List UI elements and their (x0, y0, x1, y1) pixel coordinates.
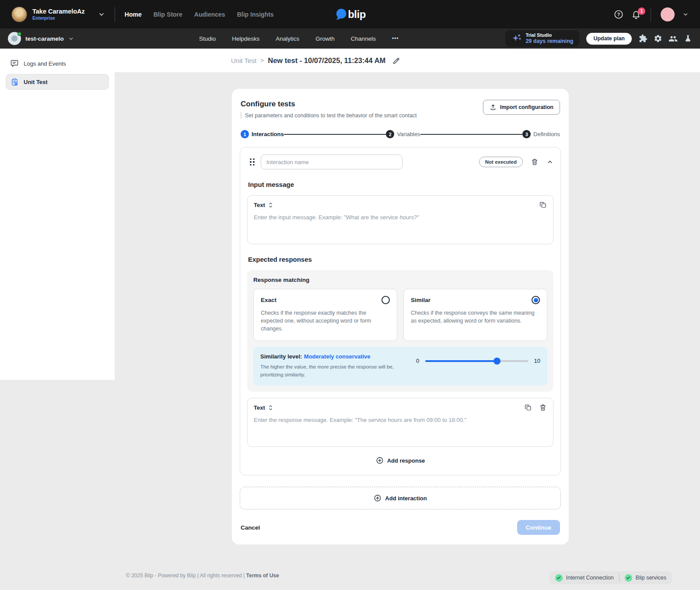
org-switcher[interactable]: Take CarameloAz Enterprise (11, 7, 105, 22)
status-badge: Not executed (479, 157, 523, 167)
chevron-down-icon[interactable] (98, 11, 105, 18)
trash-icon[interactable] (531, 158, 539, 166)
upload-icon (490, 104, 497, 111)
org-name: Take CarameloAz (32, 7, 85, 15)
nav-link-blip-insights[interactable]: Blip Insights (237, 11, 274, 18)
similarity-slider[interactable] (425, 360, 528, 362)
continue-button[interactable]: Continue (517, 520, 560, 535)
nav-link-helpdesks[interactable]: Helpdesks (232, 35, 259, 42)
add-interaction-button[interactable]: Add interaction (240, 487, 561, 509)
blip-logo: blip (334, 8, 366, 21)
breadcrumb: Unit Test > New test - 10/07/2025, 11:23… (115, 49, 700, 72)
terms-of-use-link[interactable]: Terms of Use (246, 572, 279, 579)
divider (619, 574, 620, 582)
input-type-select[interactable]: Text (254, 202, 273, 208)
interaction-name-input[interactable] (261, 155, 402, 169)
option-description: Checks if the response exactly matches t… (261, 309, 390, 333)
cancel-button[interactable]: Cancel (241, 524, 260, 531)
sidebar-item-logs-and-events[interactable]: Logs and Events (6, 56, 109, 71)
nav-link-channels[interactable]: Channels (351, 35, 376, 42)
step-number: 3 (522, 130, 531, 138)
import-configuration-button[interactable]: Import configuration (483, 100, 560, 115)
step-connector (284, 134, 386, 135)
bell-icon[interactable]: 1 (631, 10, 641, 19)
slider-thumb[interactable] (494, 358, 500, 365)
add-response-button[interactable]: Add response (376, 457, 425, 464)
interaction-card: Not executed Input message (240, 147, 561, 475)
stepper: 1 Interactions 2 Variables 3 Definitions (241, 130, 560, 138)
step-variables[interactable]: 2 Variables (386, 130, 420, 138)
option-label: Exact (261, 297, 276, 303)
bot-switcher[interactable]: test-caramelo (8, 32, 74, 45)
update-plan-button[interactable]: Update plan (586, 33, 632, 45)
service-status-bar: Internet Connection Blip services (550, 571, 672, 584)
step-label: Definitions (533, 131, 560, 137)
radio-checked[interactable] (532, 296, 540, 304)
copy-icon[interactable] (524, 404, 532, 411)
expected-responses-heading: Expected responses (248, 256, 553, 263)
trash-icon[interactable] (539, 404, 547, 411)
chevron-down-icon[interactable] (682, 11, 689, 18)
select-chevrons-icon (268, 404, 273, 411)
more-menu-icon[interactable]: ••• (392, 35, 399, 42)
drag-handle[interactable] (250, 158, 255, 166)
card-subtitle: Set parameters and conditions to test th… (241, 112, 417, 119)
bot-avatar (8, 32, 21, 45)
trial-days-remaining: 29 days remaining (525, 38, 573, 44)
similarity-value-link[interactable]: Moderately conservative (304, 353, 371, 360)
copy-icon[interactable] (539, 201, 547, 209)
users-icon[interactable] (668, 34, 678, 43)
edit-icon[interactable] (392, 56, 400, 65)
sparkle-icon (511, 33, 522, 44)
bot-nav-links: Studio Helpdesks Analytics Growth Channe… (199, 35, 399, 42)
nav-link-studio[interactable]: Studio (199, 35, 216, 42)
response-message-textarea[interactable] (254, 417, 547, 441)
trial-title: Trial Studio (525, 32, 573, 38)
sidebar-item-label: Unit Test (24, 79, 48, 85)
breadcrumb-parent[interactable]: Unit Test (231, 57, 256, 64)
sidebar-item-unit-test[interactable]: Unit Test (6, 74, 109, 90)
divider (115, 7, 115, 22)
radio-unchecked[interactable] (382, 296, 390, 304)
similarity-label: Similarity level: (260, 353, 302, 360)
step-number: 2 (386, 130, 394, 138)
collapse-icon[interactable] (546, 158, 553, 165)
input-message-heading: Input message (248, 181, 553, 188)
page-title: New test - 10/07/2025, 11:23:44 AM (268, 56, 385, 65)
flask-icon[interactable] (684, 35, 692, 43)
step-definitions[interactable]: 3 Definitions (522, 130, 560, 138)
nav-link-blip-store[interactable]: Blip Store (154, 11, 182, 18)
sidebar-item-label: Logs and Events (24, 60, 66, 67)
response-type-value: Text (254, 404, 265, 411)
nav-link-home[interactable]: Home (125, 11, 142, 18)
chevron-down-icon[interactable] (68, 36, 74, 42)
divider (651, 7, 651, 21)
configure-tests-card: Configure tests Set parameters and condi… (232, 89, 569, 544)
blip-services-status: Blip services (625, 574, 666, 582)
input-message-textarea[interactable] (254, 214, 547, 239)
step-interactions[interactable]: 1 Interactions (241, 130, 284, 138)
response-type-select[interactable]: Text (254, 404, 273, 411)
plus-circle-icon (374, 494, 382, 502)
online-status-dot (18, 32, 21, 36)
matching-option-exact[interactable]: Exact Checks if the response exactly mat… (253, 289, 397, 341)
matching-option-similar[interactable]: Similar Checks if the response conveys t… (403, 289, 547, 341)
top-navbar: Take CarameloAz Enterprise Home Blip Sto… (0, 0, 700, 28)
slider-min-label: 0 (416, 358, 419, 364)
help-icon[interactable]: ? (614, 10, 623, 19)
clipboard-check-icon (10, 78, 19, 86)
puzzle-icon[interactable] (639, 34, 648, 43)
card-title: Configure tests (241, 100, 417, 109)
slider-max-label: 10 (534, 358, 540, 364)
nav-link-audiences[interactable]: Audiences (194, 11, 225, 18)
nav-link-growth[interactable]: Growth (315, 35, 335, 42)
internet-connection-status: Internet Connection (555, 574, 614, 582)
gear-icon[interactable] (654, 34, 662, 43)
step-label: Interactions (252, 131, 284, 137)
user-avatar[interactable] (661, 7, 675, 21)
bot-name: test-caramelo (25, 35, 64, 42)
content-area: Configure tests Set parameters and condi… (115, 72, 700, 590)
step-label: Variables (397, 131, 420, 137)
nav-link-analytics[interactable]: Analytics (276, 35, 299, 42)
option-description: Checks if the response conveys the same … (411, 309, 540, 325)
